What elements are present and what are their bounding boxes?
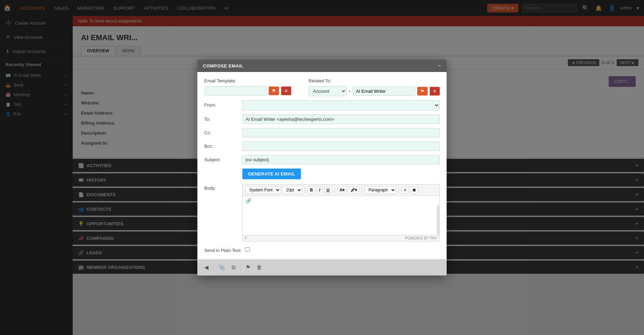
subject-input[interactable] <box>242 155 440 164</box>
plain-text-checkbox[interactable] <box>245 247 250 252</box>
editor-footer: P POWERED BY TINY <box>242 235 440 242</box>
body-editor-container: System Font 10pt B I U A▾ 🖊▾ <box>242 184 440 242</box>
paragraph-select[interactable]: Paragraph <box>365 186 396 194</box>
footer-divider-2 <box>240 264 241 271</box>
editor-link-row: 🔗 <box>242 196 440 205</box>
bcc-input[interactable] <box>242 142 440 151</box>
delete-button[interactable]: 🗑 <box>255 263 263 272</box>
plain-text-row: Send in Plain Text: <box>204 246 440 253</box>
from-row: From: <box>204 100 440 110</box>
bold-button[interactable]: B <box>307 187 315 193</box>
related-to-group: Account ▾ ⚑ ✕ <box>308 86 440 96</box>
modal-title: COMPOSE EMAIL <box>203 63 243 69</box>
compose-email-modal: COMPOSE EMAIL − Email Template: ⚑ ✕ Rel <box>197 60 447 275</box>
modal-body: Email Template: ⚑ ✕ Related To: Account … <box>197 72 447 259</box>
to-row: To: <box>204 115 440 124</box>
list-unordered-button[interactable]: ≡ <box>401 187 409 193</box>
generate-ai-email-button[interactable]: GENERATE AI EMAIL <box>242 169 301 179</box>
highlight-button[interactable]: 🖊▾ <box>348 187 359 193</box>
plain-text-label: Send in Plain Text: <box>204 246 242 253</box>
body-row: Body: System Font 10pt B I U <box>204 184 440 242</box>
font-color-button[interactable]: A▾ <box>337 187 347 193</box>
italic-button[interactable]: I <box>317 187 323 193</box>
send-icon-button[interactable]: ◀ <box>203 263 210 272</box>
editor-toolbar: System Font 10pt B I U A▾ 🖊▾ <box>242 184 440 196</box>
from-label: From: <box>204 100 242 108</box>
toolbar-divider-1 <box>305 187 305 193</box>
toolbar-divider-3 <box>362 187 362 193</box>
editor-content-area[interactable] <box>242 205 440 235</box>
to-label: To: <box>204 115 242 122</box>
related-to-clear-button[interactable]: ✕ <box>430 87 440 96</box>
from-select[interactable] <box>242 100 440 110</box>
list-ordered-button[interactable]: ≣ <box>410 187 418 193</box>
subject-row: Subject: <box>204 155 440 164</box>
modal-close-button[interactable]: − <box>438 63 441 69</box>
underline-button[interactable]: U <box>324 187 332 193</box>
cc-row: Cc: <box>204 128 440 137</box>
body-label: Body: <box>204 184 242 191</box>
footer-divider-1 <box>213 264 214 271</box>
modal-footer: ◀ 📎 ⧉ ⚑ 🗑 <box>197 259 447 275</box>
cc-input[interactable] <box>242 128 440 137</box>
related-to-value-input[interactable] <box>353 87 415 96</box>
subject-label: Subject: <box>204 155 242 162</box>
font-size-select[interactable]: 10pt <box>282 186 302 194</box>
email-template-select-button[interactable]: ⚑ <box>269 87 279 95</box>
cc-label: Cc: <box>204 128 242 135</box>
email-template-label: Email Template: <box>204 78 302 83</box>
attachment-button[interactable]: 📎 <box>217 263 227 272</box>
link-icon[interactable]: 🔗 <box>245 198 251 203</box>
editor-footer-right: POWERED BY TINY <box>405 236 437 240</box>
editor-scrollbar[interactable] <box>437 205 439 235</box>
modal-overlay[interactable]: COMPOSE EMAIL − Email Template: ⚑ ✕ Rel <box>0 0 644 335</box>
bcc-row: Bcc: <box>204 142 440 151</box>
bcc-label: Bcc: <box>204 142 242 149</box>
template-button[interactable]: ⧉ <box>230 263 237 272</box>
editor-text[interactable] <box>245 208 437 232</box>
flag-button[interactable]: ⚑ <box>244 263 252 272</box>
related-to-label: Related To: <box>308 78 440 83</box>
dropdown-arrow: ▾ <box>349 89 351 94</box>
modal-header: COMPOSE EMAIL − <box>197 60 447 72</box>
font-family-select[interactable]: System Font <box>245 186 281 194</box>
toolbar-divider-2 <box>334 187 335 193</box>
related-to-select-button[interactable]: ⚑ <box>417 87 428 96</box>
to-input[interactable] <box>242 115 440 124</box>
editor-footer-left: P <box>245 236 247 240</box>
related-to-type-select[interactable]: Account <box>308 86 347 96</box>
toolbar-divider-4 <box>399 187 399 193</box>
email-template-input[interactable] <box>204 86 267 96</box>
email-template-clear-button[interactable]: ✕ <box>281 87 291 95</box>
